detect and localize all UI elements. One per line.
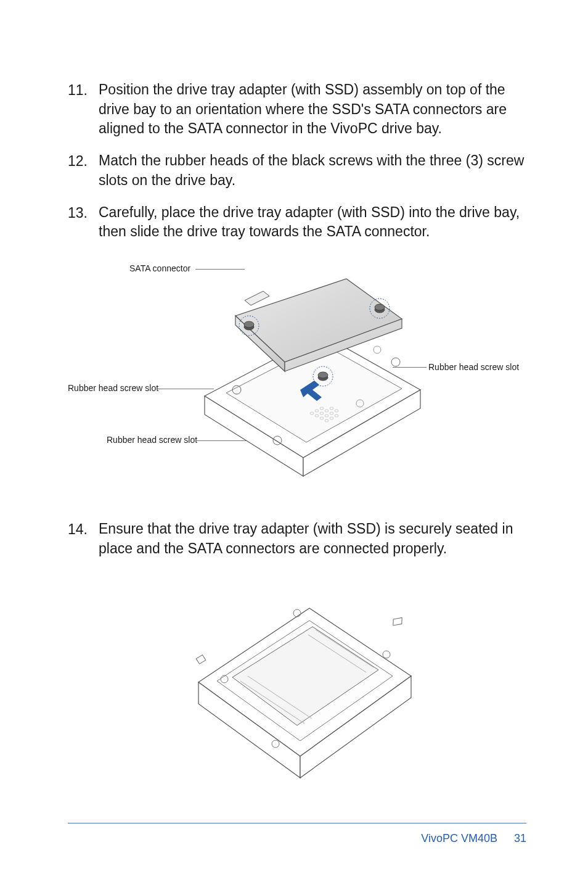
svg-marker-35 bbox=[245, 291, 269, 305]
step-number: 11. bbox=[68, 80, 99, 139]
diagram-drive-tray-insert: SATA connector Rubber head screw slot Ru… bbox=[68, 254, 526, 501]
footer-page-number: 31 bbox=[514, 832, 526, 844]
drive-bay-seated-icon bbox=[168, 571, 427, 799]
svg-point-22 bbox=[374, 346, 381, 353]
step-text: Carefully, place the drive tray adapter … bbox=[99, 203, 526, 242]
drive-bay-isometric-icon bbox=[161, 254, 433, 501]
step-number: 12. bbox=[68, 151, 99, 190]
step-14: 14. Ensure that the drive tray adapter (… bbox=[68, 519, 526, 558]
callout-rubber-slot-right: Rubber head screw slot bbox=[428, 362, 519, 372]
svg-rect-50 bbox=[393, 617, 402, 625]
svg-point-29 bbox=[375, 304, 385, 310]
callout-rubber-slot-left: Rubber head screw slot bbox=[68, 383, 158, 393]
svg-rect-51 bbox=[196, 654, 205, 664]
step-number: 13. bbox=[68, 203, 99, 242]
step-number: 14. bbox=[68, 519, 99, 558]
footer-divider bbox=[68, 823, 526, 823]
svg-point-20 bbox=[391, 358, 400, 366]
step-12: 12. Match the rubber heads of the black … bbox=[68, 151, 526, 190]
footer-product-name: VivoPC VM40B bbox=[421, 832, 497, 844]
page-footer: VivoPC VM40B 31 bbox=[68, 823, 526, 845]
diagram-drive-tray-seated bbox=[68, 571, 526, 806]
step-text: Position the drive tray adapter (with SS… bbox=[99, 80, 526, 139]
step-text: Ensure that the drive tray adapter (with… bbox=[99, 519, 526, 558]
step-11: 11. Position the drive tray adapter (wit… bbox=[68, 80, 526, 139]
svg-point-31 bbox=[318, 372, 328, 378]
step-13: 13. Carefully, place the drive tray adap… bbox=[68, 203, 526, 242]
step-text: Match the rubber heads of the black scre… bbox=[99, 151, 526, 190]
svg-point-27 bbox=[244, 321, 254, 328]
svg-point-48 bbox=[383, 651, 390, 658]
svg-point-49 bbox=[293, 609, 301, 617]
